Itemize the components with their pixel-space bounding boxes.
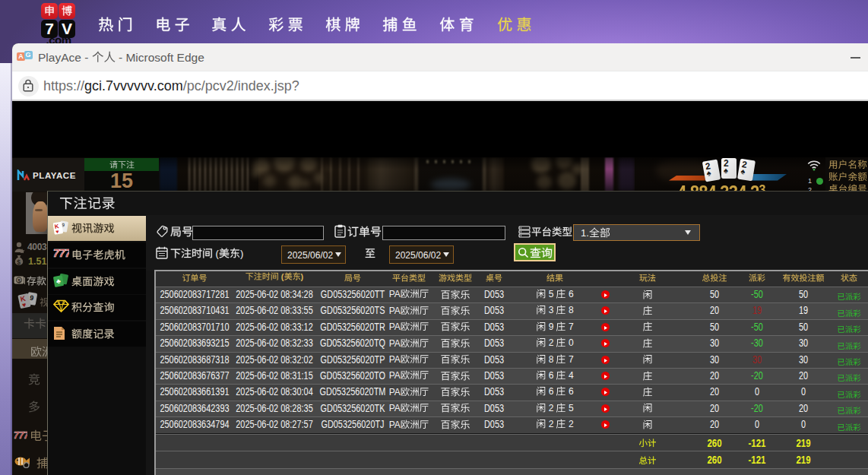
- svg-text:$: $: [17, 277, 21, 284]
- svg-text:777: 777: [14, 430, 27, 440]
- svg-text:$: $: [17, 258, 21, 266]
- svg-text:777: 777: [53, 247, 69, 258]
